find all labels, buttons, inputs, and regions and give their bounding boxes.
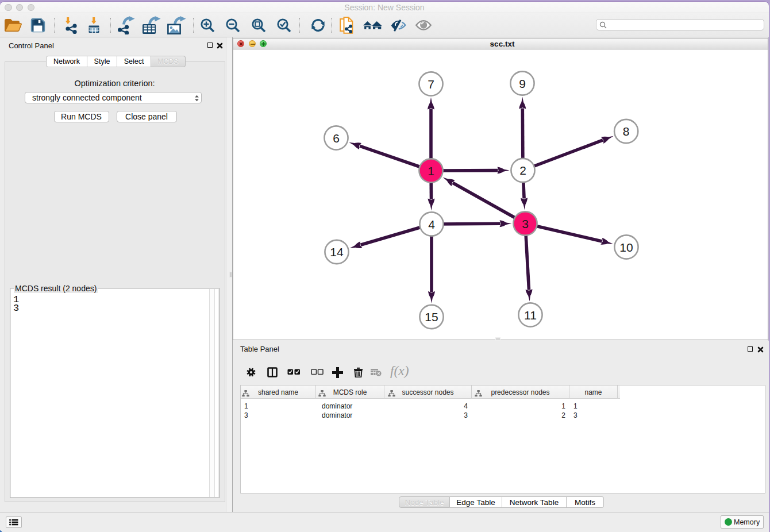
svg-text:3: 3: [522, 217, 529, 230]
svg-text:14: 14: [330, 245, 344, 259]
svg-text:7: 7: [428, 78, 434, 91]
svg-text:4: 4: [428, 218, 435, 231]
svg-text:1: 1: [428, 164, 434, 178]
svg-text:11: 11: [524, 309, 537, 322]
svg-text:9: 9: [519, 77, 526, 90]
svg-text:10: 10: [619, 241, 633, 254]
svg-text:2: 2: [519, 164, 526, 177]
svg-text:15: 15: [425, 310, 438, 323]
svg-text:6: 6: [333, 132, 340, 145]
svg-text:8: 8: [623, 125, 630, 138]
